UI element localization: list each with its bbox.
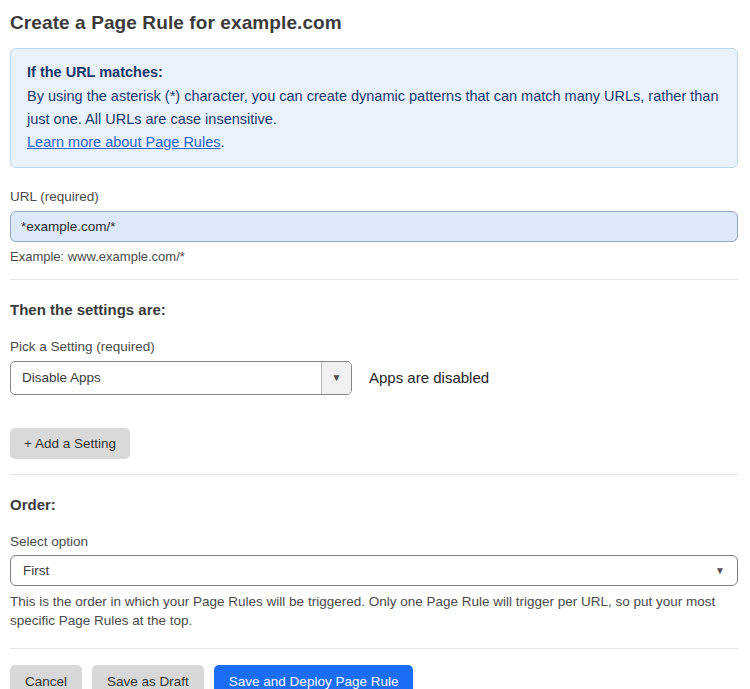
learn-more-link[interactable]: Learn more about Page Rules xyxy=(27,134,220,150)
url-example-text: Example: www.example.com/* xyxy=(10,249,738,264)
order-section-heading: Order: xyxy=(10,496,738,513)
setting-select-value[interactable]: Disable Apps xyxy=(11,362,321,394)
page-rule-form: Create a Page Rule for example.com If th… xyxy=(0,0,750,689)
url-field-label: URL (required) xyxy=(10,189,738,204)
url-input[interactable] xyxy=(10,211,738,242)
setting-select-arrow-button[interactable]: ▼ xyxy=(321,362,351,394)
page-title: Create a Page Rule for example.com xyxy=(10,12,738,34)
info-box-heading: If the URL matches: xyxy=(27,61,721,84)
info-box-body: By using the asterisk (*) character, you… xyxy=(27,85,721,154)
chevron-down-icon: ▼ xyxy=(715,565,725,576)
url-match-info-box: If the URL matches: By using the asteris… xyxy=(10,48,738,168)
save-as-draft-button[interactable]: Save as Draft xyxy=(92,665,204,689)
divider xyxy=(10,648,738,649)
info-box-body-text: By using the asterisk (*) character, you… xyxy=(27,88,719,127)
order-help-text: This is the order in which your Page Rul… xyxy=(10,593,730,631)
setting-row: Disable Apps ▼ Apps are disabled xyxy=(10,361,738,395)
order-select-label: Select option xyxy=(10,534,738,549)
settings-section-heading: Then the settings are: xyxy=(10,301,738,318)
chevron-down-icon: ▼ xyxy=(332,372,342,383)
add-setting-button[interactable]: + Add a Setting xyxy=(10,428,130,459)
setting-status-text: Apps are disabled xyxy=(369,369,489,386)
save-and-deploy-button[interactable]: Save and Deploy Page Rule xyxy=(214,665,414,689)
footer-actions: Cancel Save as Draft Save and Deploy Pag… xyxy=(10,665,738,689)
order-select-value: First xyxy=(23,563,49,578)
divider xyxy=(10,474,738,475)
divider xyxy=(10,279,738,280)
setting-select[interactable]: Disable Apps ▼ xyxy=(10,361,352,395)
order-select[interactable]: First ▼ xyxy=(10,555,738,586)
setting-picker-label: Pick a Setting (required) xyxy=(10,339,738,354)
cancel-button[interactable]: Cancel xyxy=(10,665,82,689)
link-suffix: . xyxy=(220,134,224,150)
